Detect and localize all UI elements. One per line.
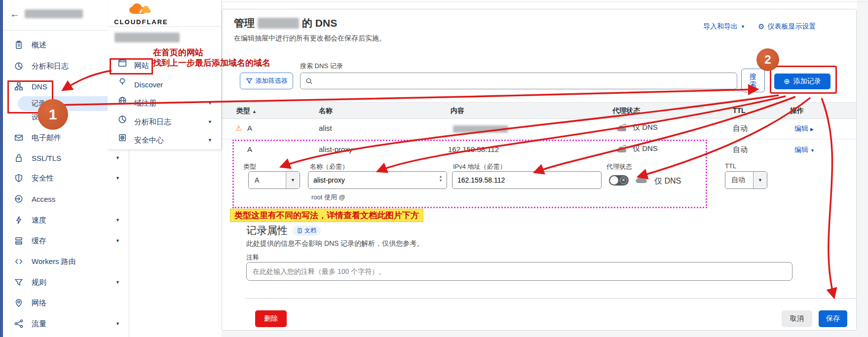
back-arrow-icon[interactable]: ← xyxy=(10,9,20,19)
save-button[interactable]: 保存 xyxy=(819,310,847,327)
row2-content: 162.159.58.112 xyxy=(448,145,499,153)
root-hint-text: root 使用 @ xyxy=(311,193,345,202)
sidebar-item-label: 安全性 xyxy=(32,174,54,183)
ipv4-field-label: IPv4 地址（必需） xyxy=(453,162,506,171)
column-header-proxy[interactable]: 代理状态 xyxy=(612,107,640,115)
gear-icon: ⚙ xyxy=(758,22,764,31)
chevron-down-icon: ▼ xyxy=(753,172,767,188)
stepper-arrows-icon[interactable]: ▲▼ xyxy=(437,175,444,183)
back-navigation[interactable]: ← xyxy=(10,9,83,19)
row1-type: A xyxy=(247,124,252,132)
header-actions: 导入和导出 ▼ ⚙ 仪表板显示设置 xyxy=(703,22,816,31)
home-menu-item-label: 域注册 xyxy=(134,99,156,108)
page-background-right xyxy=(857,0,868,337)
add-filter-label: 添加筛选器 xyxy=(256,76,288,85)
account-home-menu: CLOUDFLARE 网站Discover域注册▼分析和日志▼安全中心▼ xyxy=(108,0,222,150)
cloudflare-logo: CLOUDFLARE xyxy=(112,3,171,26)
name-field-input[interactable] xyxy=(308,171,447,189)
domain-name-redacted xyxy=(258,18,299,29)
page-background-bottom xyxy=(222,331,868,337)
column-header-content[interactable]: 内容 xyxy=(451,107,464,115)
dns-only-cloud-icon xyxy=(616,123,629,132)
lock-icon xyxy=(14,153,23,162)
type-select[interactable]: A ▼ xyxy=(248,171,300,189)
chevron-down-icon: ▼ xyxy=(208,138,212,143)
row2-edit-link[interactable]: 编辑 ▼ xyxy=(794,146,815,154)
import-export-menu[interactable]: 导入和导出 ▼ xyxy=(703,22,745,31)
home-menu-item-analytics[interactable]: 分析和日志▼ xyxy=(108,114,222,129)
dashboard-display-settings-link[interactable]: ⚙ 仪表板显示设置 xyxy=(758,22,816,31)
email-icon xyxy=(14,133,23,142)
row1-edit-link[interactable]: 编辑 ▶ xyxy=(794,124,814,133)
account-name-redacted xyxy=(114,33,180,42)
ttl-select-value: 自动 xyxy=(725,172,753,188)
dns-icon xyxy=(14,82,23,91)
record-attributes-title: 记录属性 文档 xyxy=(246,224,321,237)
document-icon xyxy=(297,228,302,233)
caret-right-icon: ▶ xyxy=(810,127,814,132)
ttl-field-label: TTL xyxy=(725,162,736,170)
overview-icon xyxy=(14,40,23,49)
home-menu-item-website[interactable]: 网站 xyxy=(108,58,222,73)
discover-icon xyxy=(118,77,127,86)
sidebar-item-rules[interactable]: 规则▼ xyxy=(3,275,129,290)
import-export-label: 导入和导出 xyxy=(703,22,738,31)
warning-icon: ⚠ xyxy=(235,124,242,133)
sidebar-item-network[interactable]: 网络 xyxy=(3,296,129,310)
proxy-value-text: 仅 DNS xyxy=(654,176,681,187)
footer-divider xyxy=(245,298,857,299)
sidebar-item-label: 流量 xyxy=(32,319,46,329)
cloudflare-dns-tutorial-screenshot: ← 概述分析和日志DNS记录设置电子邮件SSL/TLS▼安全性▼Access速度… xyxy=(0,0,868,337)
column-header-actions[interactable]: 操作 xyxy=(790,107,804,115)
column-header-ttl[interactable]: TTL xyxy=(733,107,746,114)
row2-name: alist-proxy xyxy=(319,145,352,153)
column-header-name[interactable]: 名称 xyxy=(319,107,333,115)
home-menu-item-security-center[interactable]: 安全中心▼ xyxy=(108,133,222,148)
table-row-expanded: A alist-proxy 162.159.58.112 仅 DNS 自动 编辑… xyxy=(222,139,856,160)
sidebar-item-cache[interactable]: 缓存▼ xyxy=(3,233,129,248)
search-button[interactable]: 搜索 xyxy=(741,69,765,92)
delete-button[interactable]: 删除 xyxy=(255,310,287,327)
chevron-down-icon: ▼ xyxy=(115,321,120,326)
chevron-down-icon: ▼ xyxy=(115,280,120,285)
home-menu-item-label: 网站 xyxy=(134,61,149,71)
chevron-down-icon: ▼ xyxy=(286,172,300,188)
search-dns-label: 搜索 DNS 记录 xyxy=(300,62,343,71)
home-menu-divider xyxy=(108,26,222,27)
add-filter-button[interactable]: 添加筛选器 xyxy=(240,73,293,89)
type-field-label: 类型 xyxy=(243,162,256,171)
dns-search-input[interactable] xyxy=(317,77,721,85)
network-icon xyxy=(14,299,23,307)
dns-only-cloud-icon xyxy=(616,145,629,153)
sidebar-item-label: Access xyxy=(32,195,55,203)
chevron-down-icon: ▼ xyxy=(741,24,745,29)
sidebar-item-workers[interactable]: Workers 路由 xyxy=(3,254,129,269)
sidebar-item-bolt[interactable]: 速度▼ xyxy=(3,213,129,227)
add-record-button[interactable]: ⊕ 添加记录 xyxy=(774,74,830,89)
sidebar-item-label: 网络 xyxy=(32,299,46,308)
bolt-icon xyxy=(14,216,23,225)
sidebar-item-access[interactable]: Access xyxy=(3,191,129,206)
sidebar-item-lock[interactable]: SSL/TLS▼ xyxy=(3,150,129,165)
row1-proxy-status: 仅 DNS xyxy=(616,123,658,132)
column-header-type[interactable]: 类型▲ xyxy=(236,107,257,115)
row1-name: alist xyxy=(319,124,332,132)
home-menu-item-registrar[interactable]: 域注册▼ xyxy=(108,96,222,111)
row1-ttl: 自动 xyxy=(733,124,748,133)
registrar-icon xyxy=(118,96,127,105)
sidebar-item-shield[interactable]: 安全性▼ xyxy=(3,171,129,186)
ttl-select[interactable]: 自动 ▼ xyxy=(725,171,767,189)
sidebar-item-traffic[interactable]: 流量▼ xyxy=(3,316,129,331)
plus-circle-icon: ⊕ xyxy=(784,77,790,86)
comment-input[interactable] xyxy=(246,262,793,281)
home-menu-item-discover[interactable]: Discover xyxy=(108,77,222,92)
page-subtitle: 在编辑抽屉中进行的所有更改都会在保存后实施。 xyxy=(234,34,386,43)
cloudflare-cloud-icon xyxy=(127,3,155,16)
chevron-down-icon: ▼ xyxy=(115,218,120,223)
top-divider xyxy=(216,1,868,2)
cancel-button[interactable]: 取消 xyxy=(782,310,812,327)
doc-badge[interactable]: 文档 xyxy=(293,225,321,236)
analytics-icon xyxy=(14,62,23,71)
ipv4-field-input[interactable] xyxy=(452,171,602,189)
proxy-toggle[interactable]: ✕ xyxy=(609,175,629,186)
